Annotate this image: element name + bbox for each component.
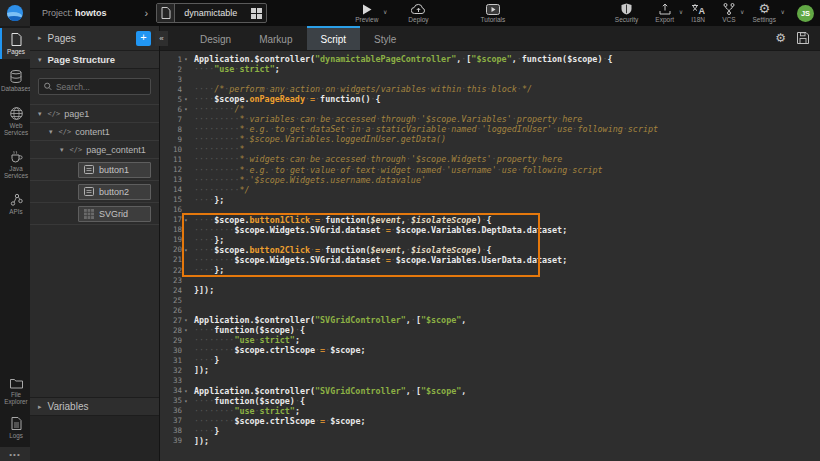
rail-item-java-services[interactable]: Java Services bbox=[0, 145, 30, 183]
tree-node-button2[interactable]: button2 bbox=[30, 181, 159, 203]
security-button[interactable]: Security bbox=[615, 3, 638, 23]
line-number[interactable]: 7 bbox=[160, 114, 190, 124]
code-line[interactable]: ·········*·'$scope.Widgets.username.data… bbox=[194, 175, 820, 185]
line-number[interactable]: 39 bbox=[160, 436, 190, 446]
code-line[interactable]: ········"use·strict"; bbox=[194, 335, 820, 345]
vcs-button[interactable]: VCS ∨ bbox=[722, 3, 735, 23]
code-line[interactable]: ····function($scope)·{ bbox=[194, 325, 820, 335]
line-number[interactable]: 36 bbox=[160, 406, 190, 416]
line-number[interactable]: 31 bbox=[160, 355, 190, 365]
line-number[interactable]: 13 bbox=[160, 175, 190, 185]
code-line[interactable] bbox=[194, 275, 820, 285]
rail-item-pages[interactable]: Pages bbox=[0, 28, 30, 59]
code-line[interactable] bbox=[194, 205, 820, 215]
code-line[interactable]: ·········*·e.g.·to·get·dataSet·in·a·stat… bbox=[194, 124, 820, 134]
code-line[interactable]: ····} bbox=[194, 355, 820, 365]
line-number[interactable]: 35▾ bbox=[160, 396, 190, 406]
code-line[interactable]: ·········*·variables·can·be·accessed·thr… bbox=[194, 114, 820, 124]
line-number[interactable]: 3 bbox=[160, 74, 190, 84]
line-number[interactable]: 27▾ bbox=[160, 315, 190, 325]
search-input[interactable] bbox=[56, 82, 145, 92]
line-number[interactable]: 25 bbox=[160, 295, 190, 305]
code-line[interactable] bbox=[194, 305, 820, 315]
code-line[interactable]: ········"use·strict"; bbox=[194, 406, 820, 416]
line-number[interactable]: 26 bbox=[160, 305, 190, 315]
code-line[interactable]: Application.$controller("dynamictablePag… bbox=[194, 54, 820, 64]
user-avatar[interactable]: JS bbox=[797, 5, 814, 22]
line-number[interactable]: 30 bbox=[160, 345, 190, 355]
line-number[interactable]: 10 bbox=[160, 144, 190, 154]
collapse-panel-button[interactable]: « bbox=[155, 31, 168, 46]
line-number[interactable]: 34▾ bbox=[160, 386, 190, 396]
code-line[interactable]: Application.$controller("SVGridControlle… bbox=[194, 315, 820, 325]
line-number[interactable]: 29 bbox=[160, 335, 190, 345]
page-structure-header[interactable]: ▾ Page Structure bbox=[30, 50, 159, 69]
tree-node-button1[interactable]: button1 bbox=[30, 159, 159, 181]
code-line[interactable]: Application.$controller("SVGridControlle… bbox=[194, 386, 820, 396]
tutorials-button[interactable]: Tutorials bbox=[481, 3, 506, 23]
tab-design[interactable]: Design bbox=[186, 26, 245, 50]
app-logo[interactable] bbox=[0, 0, 30, 26]
deploy-button[interactable]: Deploy bbox=[408, 3, 428, 23]
line-number[interactable]: 4 bbox=[160, 84, 190, 94]
tree-node-content1[interactable]: ▾ </> content1 bbox=[30, 123, 159, 141]
line-number[interactable]: 17▾ bbox=[160, 215, 190, 225]
save-icon[interactable] bbox=[797, 32, 809, 44]
settings-button[interactable]: ⚙ Settings ∨ bbox=[753, 3, 777, 23]
rail-item-logs[interactable]: Logs bbox=[0, 412, 30, 443]
line-number[interactable]: 21 bbox=[160, 255, 190, 265]
rail-item-file-explorer[interactable]: File Explorer bbox=[0, 373, 30, 409]
rail-more-button[interactable]: ••• bbox=[0, 447, 30, 461]
line-number[interactable]: 28▾ bbox=[160, 325, 190, 335]
code-line[interactable]: ····} bbox=[194, 426, 820, 436]
line-number[interactable]: 1▾ bbox=[160, 54, 190, 64]
code-line[interactable]: ········/* bbox=[194, 104, 820, 114]
line-number[interactable]: 12 bbox=[160, 165, 190, 175]
code-line[interactable]: ·········*·$scope.Variables.loggedInUser… bbox=[194, 134, 820, 144]
code-line[interactable]: ····}; bbox=[194, 235, 820, 245]
pages-section-header[interactable]: ▸ Pages + bbox=[30, 26, 159, 50]
code-line[interactable]: ····$scope.onPageReady·=·function()·{ bbox=[194, 94, 820, 104]
code-line[interactable] bbox=[194, 376, 820, 386]
line-number[interactable]: 2 bbox=[160, 64, 190, 74]
code-line[interactable]: ····}; bbox=[194, 195, 820, 205]
tree-node-svgrid[interactable]: SVGrid bbox=[30, 203, 159, 225]
line-number[interactable]: 8 bbox=[160, 124, 190, 134]
line-number[interactable]: 11 bbox=[160, 154, 190, 164]
code-line[interactable]: ·········*/ bbox=[194, 185, 820, 195]
rail-item-apis[interactable]: APIs bbox=[0, 188, 30, 219]
tab-markup[interactable]: Markup bbox=[245, 26, 306, 50]
line-number[interactable]: 23 bbox=[160, 275, 190, 285]
tree-node-page-content1[interactable]: ▾ </> page_content1 bbox=[30, 141, 159, 159]
search-box[interactable] bbox=[38, 78, 151, 95]
line-number[interactable]: 5▾ bbox=[160, 94, 190, 104]
code-line[interactable] bbox=[194, 295, 820, 305]
page-selector[interactable]: dynamictable bbox=[156, 3, 267, 23]
line-number[interactable]: 19 bbox=[160, 235, 190, 245]
line-number[interactable]: 14 bbox=[160, 185, 190, 195]
code-line[interactable]: ····"use·strict"; bbox=[194, 64, 820, 74]
script-settings-gear-icon[interactable]: ⚙ bbox=[775, 32, 786, 44]
code-line[interactable]: ····/*·perform·any·action·on·widgets/var… bbox=[194, 84, 820, 94]
line-number[interactable]: 16 bbox=[160, 205, 190, 215]
line-number[interactable]: 33 bbox=[160, 376, 190, 386]
code-line[interactable]: ]); bbox=[194, 436, 820, 446]
code-line[interactable]: ····$scope.button1Click·=·function($even… bbox=[194, 215, 820, 225]
code-line[interactable]: ]); bbox=[194, 365, 820, 375]
code-line[interactable] bbox=[194, 74, 820, 84]
code-line[interactable]: ·········*·widgets·can·be·accessed·throu… bbox=[194, 154, 820, 164]
line-number[interactable]: 9 bbox=[160, 134, 190, 144]
code-editor[interactable]: 1▾2345▾6▾7891011121314151617▾181920▾2122… bbox=[160, 51, 820, 461]
line-number[interactable]: 6▾ bbox=[160, 104, 190, 114]
code-line[interactable]: }]); bbox=[194, 285, 820, 295]
line-number[interactable]: 18 bbox=[160, 225, 190, 235]
code-line[interactable]: ····$scope.button2Click·=·function($even… bbox=[194, 245, 820, 255]
code-line[interactable]: ········$scope.Widgets.SVGrid.dataset·=·… bbox=[194, 255, 820, 265]
line-number[interactable]: 32 bbox=[160, 365, 190, 375]
tree-node-page1[interactable]: ▾ </> page1 bbox=[30, 105, 159, 123]
code-line[interactable]: ·········* bbox=[194, 144, 820, 154]
variables-section-header[interactable]: ▸ Variables bbox=[30, 397, 159, 416]
line-number[interactable]: 22 bbox=[160, 265, 190, 275]
line-number[interactable]: 38 bbox=[160, 426, 190, 436]
code-line[interactable]: ····function($scope)·{ bbox=[194, 396, 820, 406]
